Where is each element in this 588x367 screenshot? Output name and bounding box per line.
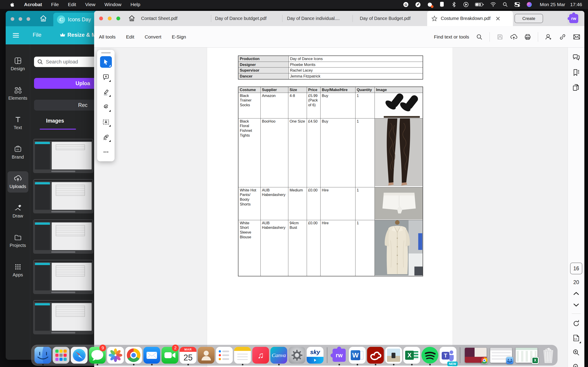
dock-item-launchpad[interactable] [52,345,70,366]
dock-item-word[interactable]: W [348,345,366,366]
sidebar-item-brand[interactable]: co. Brand [8,142,28,163]
tab-day-of-dance-individual[interactable]: Day of Dance individual.... [287,16,340,21]
control-center-icon[interactable] [514,2,520,8]
dock-item-notes[interactable] [233,345,251,366]
upload-thumbnail[interactable] [33,260,94,294]
menu-edit[interactable]: Edit [68,2,76,7]
dock-item-safari[interactable] [70,345,88,366]
wifi-icon[interactable] [490,2,496,8]
menu-help[interactable]: Help [130,2,140,7]
page-fit-button[interactable]: 1:1 [572,334,580,343]
battery-charging-icon[interactable] [475,2,484,8]
acrobat-home-icon[interactable] [128,15,135,23]
sidebar-item-draw[interactable]: Draw [8,201,28,222]
minimize-window-button[interactable] [108,17,112,20]
dock-item-photo-preview[interactable] [385,345,403,366]
palette-drag-handle[interactable] [101,52,111,53]
sidebar-item-design[interactable]: Design [8,53,28,75]
upload-thumbnail[interactable] [33,300,94,334]
dock-item-music[interactable]: ♫ [251,345,270,366]
share-link-icon[interactable] [559,33,566,41]
menu-file[interactable]: File [51,2,59,7]
dock-item-excel[interactable]: X [403,345,421,366]
media-play-icon[interactable] [463,2,469,8]
bookmarks-panel-icon[interactable] [572,68,580,77]
search-icon[interactable] [476,33,483,40]
dock-item-trash[interactable] [539,345,557,366]
sidebar-item-uploads[interactable]: Uploads [8,171,28,192]
menu-app-name[interactable]: Acrobat [24,2,42,7]
cloud-upload-icon[interactable] [510,33,518,40]
create-button[interactable]: Create [515,14,543,23]
zoom-out-button[interactable] [572,363,580,367]
dock-item-sky[interactable]: sky [306,345,324,366]
apple-menu-icon[interactable] [9,2,15,8]
spotlight-search-icon[interactable] [502,2,508,8]
menu-clock[interactable]: Mon 25 Mar 17:46 [540,2,582,7]
upload-thumbnail[interactable] [33,139,94,173]
dock-item-messages[interactable]: 9 [88,345,106,366]
dock-item-readwrite[interactable]: rw [330,345,348,366]
comments-panel-icon[interactable] [572,53,580,63]
more-tools-button[interactable] [100,146,112,158]
dock-item-facetime[interactable]: 2 [161,345,179,366]
convert-menu[interactable]: Convert [145,34,162,40]
dock-item-finder[interactable] [34,345,52,366]
tab-day-of-dance-budget[interactable]: Day of Dance Budget.pdf [360,16,410,21]
close-tab-icon[interactable] [495,16,501,21]
sign-tool-button[interactable] [100,131,112,143]
zoom-window-button[interactable] [116,17,120,20]
page-thumbnails-icon[interactable] [572,83,580,92]
dock-item-chrome[interactable] [125,345,143,366]
sidebar-item-apps[interactable]: Apps [8,260,28,281]
dock-item-teams[interactable]: T NEW [439,345,457,366]
request-signature-icon[interactable] [545,33,552,41]
close-window-button[interactable] [99,17,103,20]
edit-menu[interactable]: Edit [126,34,134,40]
quill-app-icon[interactable] [415,2,421,8]
find-text-label[interactable]: Find text or tools [434,34,469,40]
minimized-finder-window[interactable] [488,345,514,366]
sidebar-item-elements[interactable]: Text Elements [8,83,28,104]
select-tool-button[interactable] [100,56,112,68]
canva-zoom-button[interactable] [26,17,30,21]
add-text-tool-button[interactable] [100,116,112,128]
email-icon[interactable] [573,33,580,40]
canva-minimize-button[interactable] [19,17,22,21]
dock-item-acrobat[interactable] [366,345,385,366]
minimized-chrome-window[interactable] [463,345,488,366]
menu-view[interactable]: View [85,2,95,7]
dock-item-contacts[interactable] [197,345,215,366]
images-tab[interactable]: Images [46,118,64,124]
bluetooth-icon[interactable] [451,2,457,8]
notification-app-icon[interactable] [427,2,433,8]
canva-file-menu[interactable]: File [33,32,42,38]
tab-contact-sheet[interactable]: Contact Sheet.pdf [141,16,177,21]
menu-window[interactable]: Window [104,2,121,7]
next-page-button[interactable] [573,303,579,308]
draw-tool-button[interactable] [100,101,112,113]
upload-thumbnail[interactable] [33,219,94,254]
phone-mirroring-icon[interactable] [439,2,445,8]
canva-close-button[interactable] [11,17,14,21]
sidebar-item-text[interactable]: Text [8,112,28,134]
dock-item-canva[interactable]: Canva [270,345,288,366]
print-icon[interactable] [524,33,531,40]
star-icon[interactable] [431,15,438,22]
all-tools-menu[interactable]: All tools [99,34,116,40]
document-view[interactable]: ProductionDay of Dance Icons DesignerPho… [94,48,568,367]
siri-icon[interactable] [526,2,532,8]
dock-item-mail[interactable] [143,345,161,366]
readwrite-extension-button[interactable]: rw [567,12,580,25]
highlight-tool-button[interactable] [100,86,112,98]
grammarly-icon[interactable]: G [403,2,409,8]
dock-item-photos[interactable] [106,345,125,366]
dock-item-spotify[interactable] [421,345,439,366]
sidebar-item-projects[interactable]: Projects [8,230,28,251]
canva-resize-menu[interactable]: Resize & M [67,32,96,38]
tab-costume-breakdown-active[interactable]: Costume Breakdown.pdf [427,11,513,26]
minimized-excel-window[interactable]: X [514,345,539,366]
dock-item-reminders[interactable] [215,345,233,366]
upload-thumbnail[interactable] [33,179,94,213]
zoom-in-button[interactable] [572,349,580,357]
